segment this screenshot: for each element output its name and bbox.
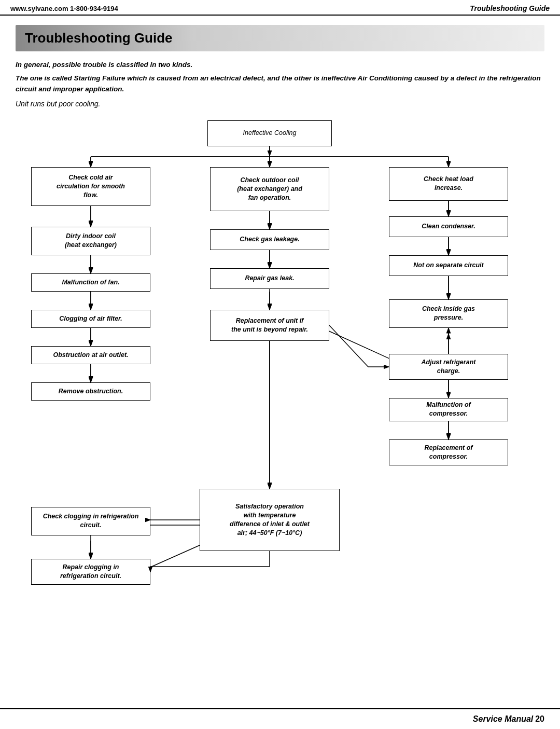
- footer-text: Service Manual 20: [473, 714, 544, 724]
- page-footer: Service Manual 20: [0, 708, 560, 729]
- box-repair-clogging: Repair clogging inrefrigeration circuit.: [31, 559, 150, 585]
- top-header: www.sylvane.com 1-800-934-9194 Troublesh…: [0, 0, 560, 16]
- subheading: Unit runs but poor cooling.: [16, 100, 544, 108]
- svg-line-52: [329, 325, 368, 367]
- box-check-gas-leakage: Check gas leakage.: [210, 229, 329, 250]
- box-repair-gas-leak: Repair gas leak.: [210, 268, 329, 289]
- box-replacement-unit: Replacement of unit ifthe unit is beyond…: [210, 310, 329, 341]
- main-content: Troubleshooting Guide In general, possib…: [0, 16, 560, 593]
- box-malfunction-compressor: Malfunction ofcompressor.: [389, 398, 508, 421]
- box-check-clogging: Check clogging in refrigeration circuit.: [31, 507, 150, 535]
- box-satisfactory-operation: Satisfactory operationwith temperaturedi…: [200, 489, 340, 551]
- box-clean-condenser: Clean condenser.: [389, 216, 508, 237]
- box-remove-obstruction: Remove obstruction.: [31, 382, 150, 401]
- guide-title-header: Troubleshooting Guide: [470, 4, 550, 12]
- box-check-outdoor-coil: Check outdoor coil(heat exchanger) andfa…: [210, 167, 329, 211]
- box-not-separate-circuit: Not on separate circuit: [389, 255, 508, 276]
- section-title-bar: Troubleshooting Guide: [16, 25, 544, 51]
- section-title: Troubleshooting Guide: [25, 30, 535, 46]
- box-check-cold-air: Check cold aircirculation for smoothflow…: [31, 167, 150, 206]
- box-check-inside-gas: Check inside gaspressure.: [389, 299, 508, 328]
- intro-text: In general, possible trouble is classifi…: [16, 60, 544, 94]
- flowchart-area: Ineffective Cooling Check cold aircircul…: [16, 115, 544, 582]
- box-obstruction-air-outlet: Obstruction at air outlet.: [31, 346, 150, 364]
- box-check-heat-load: Check heat loadincrease.: [389, 167, 508, 201]
- intro-detail: The one is called Starting Failure which…: [16, 73, 544, 94]
- box-malfunction-fan: Malfunction of fan.: [31, 273, 150, 292]
- box-replacement-compressor: Replacement ofcompressor.: [389, 439, 508, 465]
- box-clogging-air-filter: Clogging of air filter.: [31, 310, 150, 328]
- website-url: www.sylvane.com 1-800-934-9194: [10, 5, 118, 12]
- page-container: www.sylvane.com 1-800-934-9194 Troublesh…: [0, 0, 560, 729]
- box-adjust-refrigerant: Adjust refrigerantcharge.: [389, 354, 508, 380]
- box-dirty-indoor-coil: Dirty indoor coil(heat exchanger): [31, 227, 150, 255]
- box-ineffective-cooling: Ineffective Cooling: [207, 120, 332, 146]
- intro-bold: In general, possible trouble is classifi…: [16, 60, 544, 70]
